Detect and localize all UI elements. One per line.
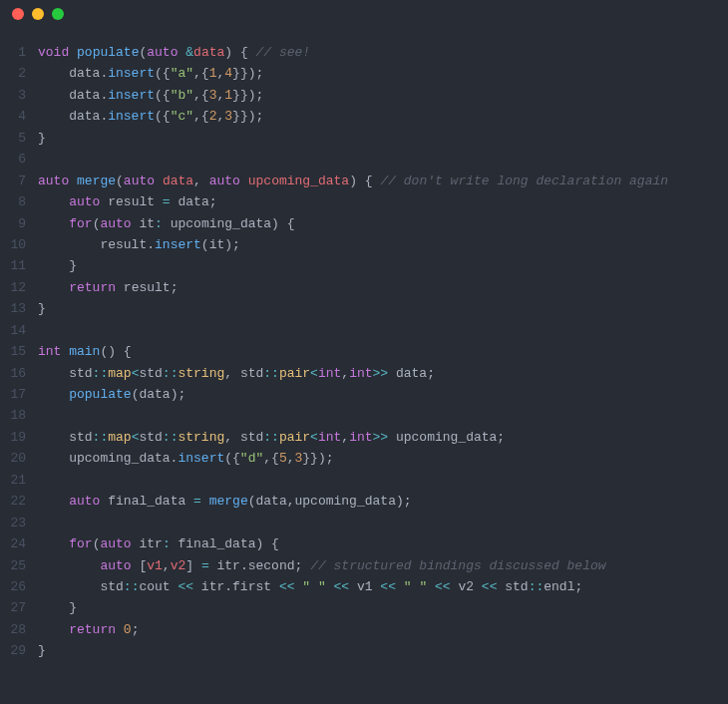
code-line[interactable]: 27 } [0, 597, 728, 618]
token: map [108, 366, 131, 381]
token: std [38, 579, 124, 594]
code-line[interactable]: 21 [0, 470, 728, 491]
code-content[interactable]: for(auto it: upcoming_data) { [38, 213, 728, 234]
code-line[interactable]: 2 data.insert({"a",{1,4}}); [0, 63, 728, 84]
token: pair [279, 430, 310, 445]
code-content[interactable]: } [38, 640, 728, 661]
code-content[interactable] [38, 513, 728, 533]
minimize-icon[interactable] [32, 8, 44, 20]
token: auto [69, 494, 100, 509]
code-line[interactable]: 13} [0, 298, 728, 319]
code-content[interactable]: void populate(auto &data) { // see! [38, 42, 728, 63]
line-number: 9 [0, 213, 38, 234]
code-line[interactable]: 28 return 0; [0, 619, 728, 640]
token: int [349, 430, 372, 445]
token: " " [404, 579, 427, 594]
code-line[interactable]: 6 [0, 149, 728, 170]
code-line[interactable]: 26 std::cout << itr.first << " " << v1 <… [0, 576, 728, 597]
code-content[interactable]: std::map<std::string, std::pair<int,int>… [38, 363, 728, 384]
token [427, 579, 435, 594]
token: ,{ [193, 109, 209, 124]
line-number: 29 [0, 640, 38, 661]
token: string [178, 430, 224, 445]
code-line[interactable]: 18 [0, 405, 728, 426]
token [38, 622, 69, 637]
token: itr.first [193, 579, 279, 594]
code-content[interactable] [38, 320, 728, 341]
token: upcoming_data. [38, 451, 178, 466]
code-line[interactable]: 4 data.insert({"c",{2,3}}); [0, 106, 728, 127]
token: , [193, 174, 209, 188]
token: auto [100, 216, 131, 231]
code-line[interactable]: 19 std::map<std::string, std::pair<int,i… [0, 427, 728, 448]
code-content[interactable]: return 0; [38, 619, 728, 640]
token: int [38, 344, 61, 359]
code-content[interactable]: data.insert({"b",{3,1}}); [38, 85, 728, 106]
code-content[interactable]: result.insert(it); [38, 234, 728, 255]
code-content[interactable]: auto merge(auto data, auto upcoming_data… [38, 171, 728, 191]
code-content[interactable]: std::map<std::string, std::pair<int,int>… [38, 427, 728, 448]
code-content[interactable]: return result; [38, 277, 728, 298]
token: final_data) { [171, 536, 279, 551]
code-editor[interactable]: 1void populate(auto &data) { // see!2 da… [0, 28, 728, 676]
code-line[interactable]: 7auto merge(auto data, auto upcoming_dat… [0, 171, 728, 191]
token: for [69, 536, 92, 551]
code-line[interactable]: 15int main() { [0, 341, 728, 362]
close-icon[interactable] [12, 8, 24, 20]
code-line[interactable]: 12 return result; [0, 277, 728, 298]
code-content[interactable]: int main() { [38, 341, 728, 362]
code-content[interactable] [38, 470, 728, 491]
code-content[interactable] [38, 405, 728, 426]
token: ) { [349, 174, 380, 188]
code-line[interactable]: 17 populate(data); [0, 384, 728, 405]
code-line[interactable]: 14 [0, 320, 728, 341]
code-line[interactable]: 5} [0, 128, 728, 149]
code-content[interactable]: upcoming_data.insert({"d",{5,3}}); [38, 448, 728, 469]
code-line[interactable]: 11 } [0, 255, 728, 276]
token: return [69, 280, 116, 295]
token: "a" [171, 66, 193, 81]
code-content[interactable] [38, 149, 728, 170]
code-content[interactable]: data.insert({"c",{2,3}}); [38, 106, 728, 127]
code-content[interactable]: auto [v1,v2] = itr.second; // structured… [38, 555, 728, 576]
code-line[interactable]: 3 data.insert({"b",{3,1}}); [0, 85, 728, 106]
code-line[interactable]: 1void populate(auto &data) { // see! [0, 42, 728, 63]
token [69, 45, 77, 60]
code-line[interactable]: 25 auto [v1,v2] = itr.second; // structu… [0, 555, 728, 576]
maximize-icon[interactable] [52, 8, 64, 20]
line-number: 17 [0, 384, 38, 405]
code-line[interactable]: 23 [0, 513, 728, 533]
code-line[interactable]: 20 upcoming_data.insert({"d",{5,3}}); [0, 448, 728, 469]
code-content[interactable]: } [38, 128, 728, 149]
code-content[interactable]: auto result = data; [38, 191, 728, 212]
line-number: 7 [0, 171, 38, 191]
token: , [224, 366, 240, 381]
code-content[interactable]: data.insert({"a",{1,4}}); [38, 63, 728, 84]
token: (data,upcoming_data); [248, 494, 412, 509]
token: v1 [147, 558, 163, 573]
line-number: 10 [0, 234, 38, 255]
code-content[interactable]: populate(data); [38, 384, 728, 405]
token: :: [93, 366, 109, 381]
code-content[interactable]: auto final_data = merge(data,upcoming_da… [38, 491, 728, 512]
token: :: [163, 366, 179, 381]
token: data; [388, 366, 435, 381]
token: }}); [232, 66, 263, 81]
code-line[interactable]: 16 std::map<std::string, std::pair<int,i… [0, 363, 728, 384]
code-line[interactable]: 10 result.insert(it); [0, 234, 728, 255]
code-line[interactable]: 24 for(auto itr: final_data) { [0, 533, 728, 554]
code-line[interactable]: 29} [0, 640, 728, 661]
code-line[interactable]: 8 auto result = data; [0, 191, 728, 212]
code-content[interactable]: } [38, 255, 728, 276]
code-content[interactable]: } [38, 597, 728, 618]
token: } [38, 643, 46, 658]
code-content[interactable]: std::cout << itr.first << " " << v1 << "… [38, 576, 728, 597]
token: v2 [451, 579, 482, 594]
code-content[interactable]: } [38, 298, 728, 319]
token: itr [132, 536, 163, 551]
line-number: 28 [0, 619, 38, 640]
code-content[interactable]: for(auto itr: final_data) { [38, 533, 728, 554]
token: :: [163, 430, 179, 445]
code-line[interactable]: 22 auto final_data = merge(data,upcoming… [0, 491, 728, 512]
code-line[interactable]: 9 for(auto it: upcoming_data) { [0, 213, 728, 234]
